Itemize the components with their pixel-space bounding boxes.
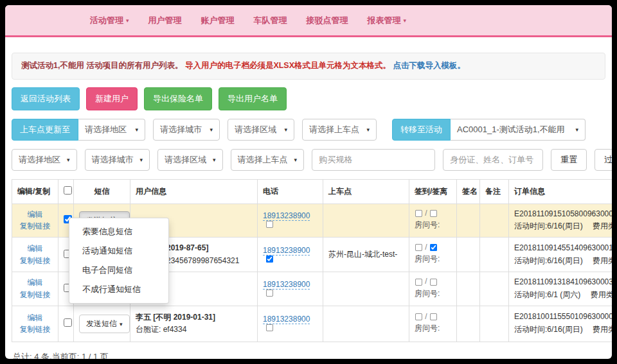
header-order-info: 订单信息 <box>509 179 613 204</box>
pickup-cell <box>323 272 409 306</box>
phone-link[interactable]: 18913238900 <box>263 246 310 256</box>
nav-fleet-mgmt[interactable]: 车队管理 <box>254 15 287 26</box>
pickup-cell <box>323 204 409 238</box>
checkout-checkbox[interactable] <box>430 210 437 217</box>
room-label: 房间号: <box>415 252 451 266</box>
filter-button[interactable]: 过滤 <box>595 149 612 171</box>
info-alert: 测试活动1,不能用 活动项目的所有用户列表。 导入用户的电子档必须是XLSX格式… <box>12 53 605 80</box>
header-edit-copy: 编辑/复制 <box>12 179 58 204</box>
pickup-filter-select[interactable]: 请选择上车点▾ <box>231 149 305 171</box>
edit-link[interactable]: 编辑 <box>28 277 43 289</box>
order-number: E20181001155501096300000 <box>514 311 612 324</box>
app-window: 活动管理▾ 用户管理 账户管理 车队管理 接驳点管理 报表管理▾ 测试活动1,不… <box>5 5 612 359</box>
pickup-cell <box>323 306 409 342</box>
update-pickup-button[interactable]: 上车点更新至 <box>12 119 78 141</box>
transfer-to-activity-button[interactable]: 转移至活动 <box>392 119 451 141</box>
nav-account-mgmt[interactable]: 账户管理 <box>201 15 235 26</box>
header-phone: 电话 <box>258 179 323 204</box>
nav-activity-mgmt[interactable]: 活动管理▾ <box>90 15 129 26</box>
select-all-checkbox[interactable] <box>64 186 72 195</box>
sms-menu-item-cancel-notice[interactable]: 不成行通知短信 <box>69 280 168 299</box>
phone-link[interactable]: 18913238900 <box>263 211 310 221</box>
edit-link[interactable]: 编辑 <box>28 209 43 221</box>
edit-link[interactable]: 编辑 <box>28 312 43 324</box>
caret-down-icon: ▾ <box>294 157 298 163</box>
checkout-checkbox[interactable] <box>430 313 437 320</box>
export-insurance-button[interactable]: 导出保险名单 <box>144 87 212 110</box>
alert-warning: 导入用户的电子档必须是XLSX格式且单元格为文本格式。 <box>185 61 391 70</box>
edit-link[interactable]: 编辑 <box>28 243 43 255</box>
region-select[interactable]: 请选择地区▾ <box>78 119 145 141</box>
order-info: 活动时间:6/1 (周六) 费用类型 <box>514 289 612 302</box>
phone-checkbox[interactable] <box>266 256 273 263</box>
phone-link[interactable]: 18913238900 <box>263 280 310 290</box>
header-checkin: 签到/签离 <box>409 179 457 204</box>
checkout-checkbox[interactable] <box>430 244 437 251</box>
header-sms: 短信 <box>74 179 130 204</box>
room-label: 房间号: <box>415 286 451 301</box>
row-select-checkbox[interactable] <box>64 318 72 327</box>
pagination-summary: 总计: 4 条,当前页: 1 / 1 页 <box>13 351 605 359</box>
phone-checkbox[interactable] <box>266 290 273 297</box>
copy-link[interactable]: 复制链接 <box>20 324 51 336</box>
copy-link[interactable]: 复制链接 <box>20 220 51 232</box>
sms-menu-item-request-info[interactable]: 索要信息短信 <box>69 222 168 241</box>
note-cell <box>480 204 509 238</box>
checkout-checkbox[interactable] <box>430 279 437 286</box>
caret-down-icon: ▾ <box>210 126 213 133</box>
region-filter-select[interactable]: 请选择地区▾ <box>12 149 77 171</box>
room-label: 房间号: <box>415 218 451 232</box>
phone-checkbox[interactable] <box>266 324 273 331</box>
city-select[interactable]: 请选择城市▾ <box>153 119 220 141</box>
activity-select[interactable]: AC0001_1-测试活动1,不能用▾ <box>451 119 586 141</box>
pickup-transfer-bar: 上车点更新至 请选择地区▾ 请选择城市▾ 请选择区域▾ 请选择上车点▾ 转移至活… <box>12 119 605 141</box>
download-template-link[interactable]: 点击下载导入模板。 <box>393 61 466 70</box>
checkin-checkbox[interactable] <box>415 244 422 251</box>
user-info: 李五 [不明 2019-01-31] <box>136 311 252 324</box>
district-select[interactable]: 请选择区域▾ <box>228 119 294 141</box>
order-info: 活动时间:6/16(周日) 费用类型 <box>514 255 612 268</box>
caret-down-icon: ▾ <box>366 126 370 133</box>
district-filter-select[interactable]: 请选择区域▾ <box>157 149 223 171</box>
sms-menu-item-e-contract[interactable]: 电子合同短信 <box>69 261 168 280</box>
send-sms-button[interactable]: 发送短信▾ <box>79 315 130 333</box>
caret-down-icon: ▾ <box>140 157 143 163</box>
header-user-info: 用户信息 <box>130 179 258 204</box>
pickup-cell: 苏州-昆山-城北-test- <box>323 238 409 272</box>
signature-cell <box>457 306 480 342</box>
nav-shuttle-point-mgmt[interactable]: 接驳点管理 <box>307 15 348 26</box>
order-info: 活动时间:6/16(周日) 费用类型 <box>514 220 612 233</box>
sms-dropdown-menu: 索要信息短信 活动通知短信 电子合同短信 不成行通知短信 <box>69 218 169 304</box>
back-to-activities-button[interactable]: 返回活动列表 <box>12 87 80 110</box>
alert-title: 测试活动1,不能用 活动项目的所有用户列表。 <box>21 61 183 70</box>
nav-user-mgmt[interactable]: 用户管理 <box>148 15 182 26</box>
new-user-button[interactable]: 新建用户 <box>86 87 138 110</box>
caret-down-icon: ▾ <box>213 157 216 163</box>
checkin-checkbox[interactable] <box>415 210 422 217</box>
spec-input[interactable] <box>312 149 435 171</box>
checkin-checkbox[interactable] <box>415 313 422 320</box>
caret-down-icon: ▾ <box>120 321 123 327</box>
export-users-button[interactable]: 导出用户名单 <box>219 87 287 110</box>
signature-cell <box>457 238 480 272</box>
phone-link[interactable]: 18913238900 <box>263 315 310 324</box>
note-cell <box>480 272 509 306</box>
nav-report-mgmt[interactable]: 报表管理▾ <box>368 15 407 26</box>
caret-down-icon: ▾ <box>67 157 70 163</box>
city-filter-select[interactable]: 请选择城市▾ <box>85 149 150 171</box>
pickup-point-select[interactable]: 请选择上车点▾ <box>302 119 377 141</box>
checkin-checkbox[interactable] <box>415 279 422 286</box>
sms-menu-item-activity-notice[interactable]: 活动通知短信 <box>69 241 168 261</box>
header-signature: 签名 <box>457 179 480 204</box>
search-input[interactable] <box>443 149 543 171</box>
header-select-all <box>58 179 74 204</box>
reset-button[interactable]: 重置 <box>551 149 587 171</box>
note-cell <box>480 306 509 342</box>
action-button-row: 返回活动列表 新建用户 导出保险名单 导出用户名单 <box>12 87 605 110</box>
copy-link[interactable]: 复制链接 <box>20 255 51 267</box>
note-cell <box>480 238 509 272</box>
copy-link[interactable]: 复制链接 <box>20 289 51 301</box>
phone-checkbox[interactable] <box>266 221 273 228</box>
search-filter-bar: 请选择地区▾ 请选择城市▾ 请选择区域▾ 请选择上车点▾ 重置 过滤 <box>12 149 605 171</box>
caret-down-icon: ▾ <box>126 17 129 24</box>
